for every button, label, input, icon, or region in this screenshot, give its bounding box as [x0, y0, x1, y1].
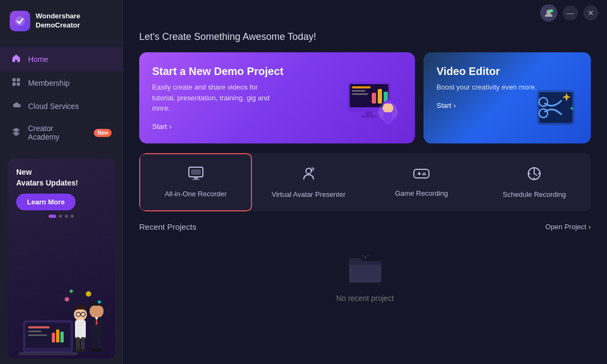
schedule-recording-icon [527, 166, 542, 185]
svg-point-34 [550, 9, 553, 12]
svg-point-63 [425, 174, 426, 175]
cloud-services-label: Cloud Services [28, 102, 79, 111]
video-editor-card[interactable]: Video Editor Boost your creativity even … [424, 52, 591, 143]
game-recording-icon [413, 167, 430, 184]
svg-rect-58 [414, 169, 429, 178]
svg-rect-4 [17, 83, 20, 86]
all-in-one-recorder-item[interactable]: All-in-One Recorder [139, 153, 252, 211]
empty-folder-icon [346, 253, 384, 287]
svg-point-72 [362, 255, 363, 256]
svg-rect-37 [352, 86, 371, 88]
virtual-avatar-label: Virtual Avatar Presenter [271, 190, 345, 198]
membership-label: Membership [28, 79, 70, 87]
svg-rect-26 [97, 336, 101, 350]
learn-more-button[interactable]: Learn More [16, 194, 76, 210]
user-avatar-button[interactable] [540, 4, 557, 22]
sidebar-item-creator-academy[interactable]: Creator Academy New [0, 118, 122, 148]
open-project-link[interactable]: Open Project › [545, 223, 591, 231]
empty-text: No recent project [336, 294, 394, 303]
svg-point-29 [65, 297, 69, 301]
main-content: — ✕ Let's Create Something Awesome Today… [123, 0, 607, 364]
svg-rect-16 [76, 337, 80, 351]
minimize-button[interactable]: — [563, 5, 578, 20]
svg-point-46 [383, 102, 393, 113]
recent-header: Recent Projects Open Project › [139, 222, 591, 231]
banner-dots [16, 215, 106, 218]
svg-rect-47 [384, 112, 392, 124]
recent-projects-title: Recent Projects [139, 222, 196, 231]
virtual-avatar-icon [301, 166, 317, 185]
svg-point-32 [70, 290, 73, 293]
svg-point-73 [367, 255, 369, 256]
page-greeting: Let's Create Something Awesome Today! [139, 31, 591, 43]
svg-point-28 [96, 348, 103, 352]
svg-point-30 [86, 291, 91, 297]
app-name: Wondershare DemoCreator [36, 12, 80, 30]
game-recording-label: Game Recording [395, 189, 448, 197]
banner-title: NewAvatars Updates! [16, 167, 106, 188]
sidebar-item-home[interactable]: Home [0, 47, 122, 71]
cloud-icon [11, 101, 22, 111]
schedule-recording-item[interactable]: Schedule Recording [478, 153, 591, 211]
membership-icon [11, 78, 22, 88]
sidebar-banner: NewAvatars Updates! Learn More [8, 159, 115, 359]
svg-point-0 [15, 16, 25, 26]
svg-rect-54 [194, 177, 198, 179]
home-label: Home [28, 55, 48, 64]
game-recording-item[interactable]: Game Recording [365, 153, 478, 211]
sidebar-nav: Home Membership Cloud Services [0, 42, 122, 153]
sidebar-item-cloud-services[interactable]: Cloud Services [0, 95, 122, 118]
svg-rect-7 [28, 326, 50, 328]
dot-4 [71, 215, 74, 218]
svg-rect-3 [12, 83, 16, 86]
svg-point-31 [98, 300, 101, 304]
schedule-recording-label: Schedule Recording [503, 190, 566, 198]
demo-project-card[interactable]: Start a New Demo Project Easily create a… [139, 52, 415, 143]
svg-rect-11 [56, 329, 59, 342]
logo-area: Wondershare DemoCreator [0, 0, 122, 42]
home-icon [11, 54, 22, 65]
app-logo-icon [10, 11, 30, 31]
svg-rect-53 [191, 169, 201, 175]
content-body: Let's Create Something Awesome Today! St… [123, 26, 607, 364]
svg-rect-15 [75, 320, 86, 339]
dot-1 [49, 215, 56, 218]
demo-card-desc: Easily create and share videos for tutor… [152, 82, 271, 114]
svg-rect-40 [372, 93, 376, 104]
video-illustration [526, 77, 585, 138]
svg-rect-12 [60, 332, 64, 342]
svg-point-62 [422, 174, 424, 175]
svg-rect-44 [361, 115, 377, 118]
recorder-grid: All-in-One Recorder Virtual Avatar Prese… [139, 153, 591, 211]
svg-rect-1 [12, 78, 16, 81]
sidebar: Wondershare DemoCreator Home Members [0, 0, 123, 364]
svg-line-66 [534, 174, 537, 175]
svg-rect-17 [81, 337, 85, 351]
close-button[interactable]: ✕ [583, 5, 598, 20]
svg-rect-25 [92, 336, 96, 350]
titlebar: — ✕ [123, 0, 607, 26]
dot-3 [65, 215, 68, 218]
svg-point-71 [364, 256, 366, 258]
svg-point-18 [75, 349, 80, 352]
svg-rect-39 [352, 93, 368, 95]
svg-point-61 [424, 172, 425, 174]
svg-rect-2 [17, 78, 20, 81]
creator-academy-label: Creator Academy [28, 124, 86, 141]
virtual-avatar-item[interactable]: Virtual Avatar Presenter [252, 153, 365, 211]
svg-rect-55 [192, 179, 200, 180]
sidebar-item-membership[interactable]: Membership [0, 71, 122, 95]
demo-illustration [339, 71, 404, 138]
new-badge: New [94, 129, 112, 137]
academy-icon [11, 127, 22, 138]
empty-state: No recent project [139, 242, 591, 313]
svg-rect-13 [18, 352, 78, 355]
all-in-one-label: All-in-One Recorder [165, 190, 227, 198]
svg-rect-43 [365, 112, 373, 115]
svg-rect-9 [28, 334, 47, 336]
svg-rect-38 [352, 90, 365, 92]
svg-point-19 [80, 349, 86, 352]
all-in-one-icon [188, 167, 204, 184]
svg-rect-8 [28, 331, 42, 332]
banner-characters [8, 283, 115, 359]
